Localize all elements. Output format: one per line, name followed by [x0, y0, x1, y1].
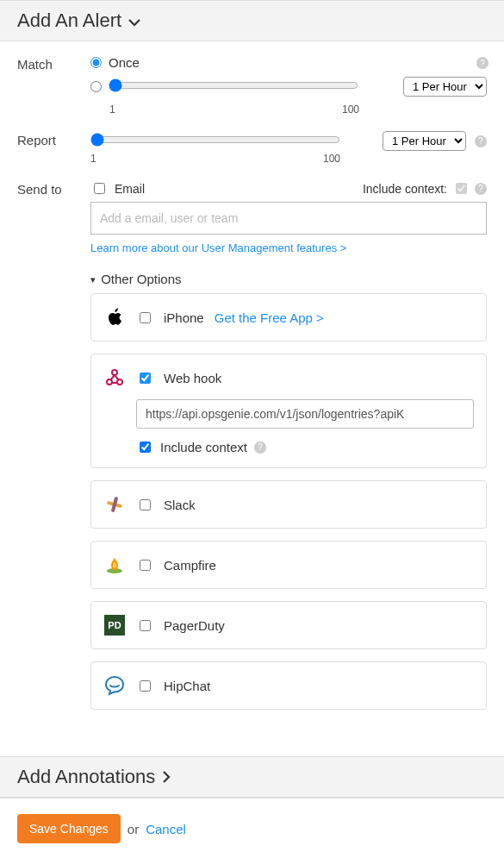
webhook-icon	[103, 366, 126, 389]
match-slider-max: 100	[342, 103, 359, 116]
chevron-down-icon	[128, 9, 140, 32]
campfire-icon	[103, 554, 126, 576]
hipchat-icon	[103, 674, 126, 697]
save-button[interactable]: Save Changes	[17, 814, 121, 843]
iphone-label: iPhone	[164, 310, 204, 325]
email-input[interactable]	[90, 202, 487, 235]
cancel-link[interactable]: Cancel	[146, 822, 186, 836]
slack-option: Slack	[90, 480, 487, 529]
help-icon[interactable]: ?	[475, 135, 487, 147]
match-row: Match ? Once 1 Per Hour 1 100	[17, 55, 487, 116]
slack-label: Slack	[164, 498, 196, 512]
match-once-radio[interactable]	[90, 57, 102, 68]
report-row: Report 1 Per Hour ? 1 100	[17, 131, 487, 165]
alert-section-title: Add An Alert	[17, 9, 121, 32]
iphone-option: iPhone Get the Free App >	[90, 293, 487, 341]
apple-icon	[103, 306, 126, 329]
annotations-section-header[interactable]: Add Annotations	[0, 756, 504, 798]
match-slider-min: 1	[109, 103, 115, 116]
webhook-option: Web hook Include context ?	[90, 354, 487, 468]
webhook-context-checkbox[interactable]	[140, 442, 151, 453]
other-options-toggle[interactable]: Other Options	[90, 272, 487, 286]
pagerduty-icon: PD	[103, 614, 126, 636]
help-icon[interactable]: ?	[254, 442, 266, 454]
webhook-checkbox[interactable]	[140, 373, 151, 384]
match-once-label: Once	[109, 55, 140, 70]
help-icon[interactable]: ?	[476, 57, 488, 69]
svg-point-2	[112, 370, 117, 375]
match-label: Match	[17, 55, 90, 72]
match-rate-select[interactable]: 1 Per Hour	[403, 77, 487, 97]
email-checkbox[interactable]	[94, 183, 105, 194]
campfire-label: Campfire	[164, 558, 216, 573]
iphone-app-link[interactable]: Get the Free App >	[215, 310, 324, 325]
chevron-right-icon	[162, 766, 171, 788]
campfire-option: Campfire	[90, 541, 487, 589]
annotations-section-title: Add Annotations	[17, 766, 155, 788]
include-context-checkbox[interactable]	[456, 183, 467, 194]
sendto-label: Send to	[17, 180, 90, 197]
footer: Save Changes or Cancel	[0, 798, 504, 858]
report-label: Report	[17, 131, 90, 147]
pagerduty-option: PD PagerDuty	[90, 601, 487, 649]
report-slider-max: 100	[323, 153, 340, 165]
report-slider-min: 1	[90, 153, 96, 165]
help-icon[interactable]: ?	[475, 183, 487, 195]
email-option-label: Email	[115, 182, 145, 196]
include-context-label: Include context:	[363, 182, 447, 196]
match-multi-radio[interactable]	[90, 81, 102, 92]
report-slider[interactable]	[90, 133, 340, 147]
hipchat-option: HipChat	[90, 661, 487, 710]
iphone-checkbox[interactable]	[140, 312, 151, 323]
learn-more-link[interactable]: Learn more about our User Management fea…	[90, 241, 346, 254]
alert-section-header[interactable]: Add An Alert	[0, 0, 504, 41]
report-rate-select[interactable]: 1 Per Hour	[383, 131, 466, 151]
pagerduty-checkbox[interactable]	[140, 620, 151, 631]
webhook-url-input[interactable]	[136, 399, 474, 429]
sendto-row: Send to Email Include context: ? Learn m…	[17, 180, 487, 722]
match-slider[interactable]	[109, 78, 358, 92]
webhook-label: Web hook	[164, 371, 221, 385]
campfire-checkbox[interactable]	[140, 560, 151, 571]
hipchat-checkbox[interactable]	[140, 680, 151, 692]
pagerduty-label: PagerDuty	[164, 618, 225, 633]
webhook-context-label: Include context	[160, 440, 247, 454]
slack-icon	[103, 493, 126, 516]
hipchat-label: HipChat	[164, 679, 210, 693]
or-text: or	[128, 822, 139, 836]
alert-panel-body: Match ? Once 1 Per Hour 1 100	[0, 41, 504, 756]
slack-checkbox[interactable]	[140, 499, 151, 510]
